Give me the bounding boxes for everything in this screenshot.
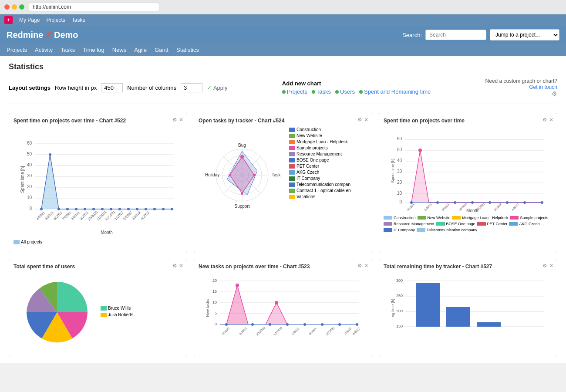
chart-522-legend: All projects: [13, 240, 182, 244]
l4: Sample projects: [510, 216, 548, 220]
nav-projects[interactable]: Projects: [7, 47, 27, 53]
nav-agile[interactable]: Agile: [134, 47, 147, 53]
svg-text:15: 15: [212, 289, 217, 294]
l7: PET Center: [477, 222, 508, 226]
svg-point-116: [303, 323, 306, 326]
svg-text:6/2021: 6/2021: [308, 327, 317, 335]
plus-button[interactable]: +: [4, 16, 13, 24]
svg-text:20: 20: [397, 180, 402, 185]
nav-gantt[interactable]: Gantt: [155, 47, 168, 53]
svg-point-28: [145, 208, 147, 210]
svg-text:150: 150: [396, 324, 403, 328]
lc8: [289, 170, 295, 175]
svg-point-61: [253, 174, 256, 176]
chart-527-icons: ⚙ ✕: [542, 263, 553, 269]
chart-users-donut-icons: ⚙ ✕: [172, 263, 183, 269]
add-chart-spent[interactable]: Spent and Remaining time: [359, 88, 431, 95]
svg-point-60: [240, 155, 244, 159]
chart-524-close[interactable]: ✕: [364, 117, 368, 123]
chart-523-settings[interactable]: ⚙: [357, 263, 362, 269]
legend-akg: AKG Czech: [289, 170, 367, 175]
get-in-touch-link[interactable]: Get in touch: [485, 84, 557, 90]
add-chart-users[interactable]: Users: [335, 88, 355, 95]
l5: Resource Management: [384, 222, 435, 226]
chart-card-spent-multi: Spent time on projects over time ⚙ ✕ 60 …: [379, 113, 557, 252]
legend-bruce: Bruce Willis: [101, 306, 133, 311]
settings-gear-icon[interactable]: ⚙: [552, 90, 557, 97]
nav: Projects Activity Tasks Time log News Ag…: [0, 44, 566, 56]
search-input[interactable]: [425, 30, 486, 40]
l6: BOSE One page: [436, 222, 475, 226]
chart-522-svg: 60 50 40 30 20 10 0 Spent time [h]: [13, 127, 182, 236]
svg-text:6/2021: 6/2021: [53, 210, 63, 221]
lc4: [289, 146, 295, 150]
nav-activity[interactable]: Activity: [35, 47, 53, 53]
nav-statistics[interactable]: Statistics: [176, 47, 199, 53]
svg-text:4/2020: 4/2020: [221, 327, 230, 335]
settings-left: Layout settings Row height in px Number …: [9, 83, 227, 92]
charts-top-grid: Spent time on projects over time - Chart…: [9, 113, 557, 252]
dot-red: [4, 4, 10, 10]
nav-tasks[interactable]: Tasks: [61, 47, 75, 53]
chart-spent-multi-settings[interactable]: ⚙: [542, 117, 547, 123]
svg-point-17: [49, 153, 51, 156]
chart-spent-multi-close[interactable]: ✕: [549, 117, 553, 123]
svg-point-23: [101, 208, 104, 210]
chart-users-donut-settings[interactable]: ⚙: [172, 263, 177, 269]
chart-522-settings[interactable]: ⚙: [172, 117, 177, 123]
top-bar-tasks[interactable]: Tasks: [72, 17, 85, 23]
svg-text:Month: Month: [101, 230, 113, 235]
chart-527-close[interactable]: ✕: [549, 263, 553, 269]
chart-524-body: Bug Task Support Holiday: [199, 127, 367, 219]
chart-card-524: Open tasks by tracker - Chart #524 ⚙ ✕: [194, 113, 372, 252]
svg-point-95: [523, 201, 526, 204]
svg-text:50: 50: [397, 147, 402, 152]
legend-color-allprojects: [13, 240, 20, 244]
legend-contract: Contract 1 - optical cable en: [289, 188, 367, 193]
svg-marker-79: [411, 150, 542, 203]
svg-text:4/2022: 4/2022: [511, 203, 519, 211]
num-columns-label: Number of columns: [127, 84, 176, 91]
svg-point-93: [489, 201, 491, 204]
nav-news[interactable]: News: [112, 47, 127, 53]
top-bar-projects[interactable]: Projects: [46, 17, 65, 23]
svg-text:200: 200: [396, 309, 403, 313]
svg-rect-139: [446, 307, 470, 327]
svg-text:50: 50: [27, 152, 32, 156]
svg-point-27: [136, 208, 138, 210]
project-select[interactable]: Jump to a project...: [490, 29, 559, 41]
num-columns-input[interactable]: [181, 83, 202, 92]
chart-spent-multi-svg: 60 50 40 30 20 10 0 Spent time [h]: [384, 127, 553, 214]
svg-point-114: [269, 323, 271, 326]
chart-users-donut-svg: [13, 273, 101, 351]
top-bar-mypage[interactable]: My Page: [19, 17, 40, 23]
svg-text:60: 60: [397, 136, 402, 141]
chart-524-title: Open tasks by tracker - Chart #524: [199, 118, 367, 124]
chart-523-close[interactable]: ✕: [364, 263, 368, 269]
chart-users-donut-legend: Bruce Willis Julia Roberts: [101, 306, 133, 319]
charts-bottom-grid: Total spent time of users ⚙ ✕: [9, 259, 557, 356]
apply-button[interactable]: ✓ Apply: [207, 84, 228, 91]
add-chart-tasks[interactable]: Tasks: [312, 88, 331, 95]
svg-text:20: 20: [27, 184, 32, 189]
chart-524-settings[interactable]: ⚙: [357, 117, 362, 123]
row-height-input[interactable]: [101, 83, 123, 92]
svg-text:60: 60: [27, 141, 32, 145]
svg-rect-138: [416, 283, 440, 327]
nav-timelog[interactable]: Time log: [83, 47, 104, 53]
svg-point-62: [241, 192, 243, 195]
chart-users-donut-close[interactable]: ✕: [179, 263, 183, 269]
svg-text:New tasks: New tasks: [206, 299, 210, 317]
chart-522-close[interactable]: ✕: [179, 117, 183, 123]
add-chart-title: Add new chart: [282, 80, 431, 87]
l9: IT Company: [384, 228, 415, 232]
settings-right: Need a custom graph or chart? Get in tou…: [485, 78, 557, 97]
chart-523-icons: ⚙ ✕: [357, 263, 368, 269]
chart-524-radar-svg: Bug Task Support Holiday: [199, 127, 286, 219]
chart-527-settings[interactable]: ⚙: [542, 263, 547, 269]
add-chart-projects[interactable]: Projects: [282, 88, 307, 95]
svg-text:Task: Task: [272, 172, 281, 177]
site-title: Redmine X Demo: [7, 30, 78, 40]
svg-text:0: 0: [29, 206, 32, 211]
svg-point-26: [127, 208, 130, 210]
